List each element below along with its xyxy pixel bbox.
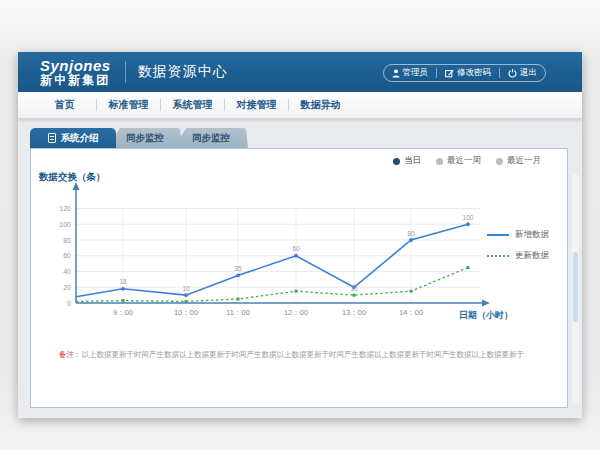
tab-sync-monitor-1-label: 同步监控 [126, 132, 164, 145]
svg-text:20: 20 [63, 284, 71, 291]
tab-sync-monitor-1[interactable]: 同步监控 [108, 128, 182, 148]
header-divider [125, 61, 126, 83]
radio-today[interactable]: 当日 [393, 155, 421, 167]
svg-text:40: 40 [63, 268, 71, 275]
radio-dot-icon [393, 158, 400, 165]
footnote-prefix: 备注： [59, 350, 82, 359]
footnote: 备注：以上数据更新于时间产生数据以上数据更新于时间产生数据以上数据更新于时间产生… [59, 350, 524, 360]
chart-legend: 新增数据 更新数据 [487, 229, 549, 262]
svg-text:10：00: 10：00 [174, 308, 198, 317]
tab-system-intro-label: 系统介绍 [61, 132, 99, 145]
line-chart: 0204060801001209：0010：0011：0012：0013：001… [31, 149, 569, 409]
header-bar: Synjones 新中新集团 数据资源中心 管理员 修改密码 [18, 52, 582, 92]
radio-dot-icon [496, 158, 503, 165]
svg-text:100: 100 [59, 221, 71, 228]
svg-text:11：00: 11：00 [226, 308, 250, 317]
dotted-line-icon [487, 255, 509, 257]
svg-text:10: 10 [182, 285, 190, 292]
user-menu: 管理员 修改密码 退出 [383, 64, 547, 82]
svg-text:120: 120 [59, 205, 71, 212]
company-logo: Synjones 新中新集团 [40, 58, 111, 86]
tab-sync-monitor-2-label: 同步监控 [192, 132, 230, 145]
svg-text:10: 10 [350, 285, 358, 292]
svg-text:日期（小时）: 日期（小时） [459, 310, 513, 320]
svg-text:13：00: 13：00 [342, 308, 366, 317]
svg-text:12：00: 12：00 [284, 308, 308, 317]
user-menu-admin-label: 管理员 [403, 67, 429, 79]
nav-item-home[interactable]: 首页 [33, 98, 96, 112]
svg-text:60: 60 [63, 252, 71, 259]
content-area: 系统介绍 同步监控 同步监控 当日 最近一周 [18, 119, 582, 418]
svg-text:35: 35 [234, 265, 242, 272]
nav-item-system-mgmt[interactable]: 系统管理 [161, 98, 224, 112]
svg-text:14：00: 14：00 [399, 308, 423, 317]
change-password-label: 修改密码 [457, 67, 491, 79]
radio-today-label: 当日 [404, 155, 421, 167]
legend-new-data-label: 新增数据 [515, 229, 549, 241]
user-menu-admin[interactable]: 管理员 [384, 67, 437, 79]
svg-text:60: 60 [292, 245, 300, 252]
svg-text:80: 80 [407, 230, 415, 237]
svg-text:80: 80 [63, 237, 71, 244]
main-nav: 首页 标准管理 系统管理 对接管理 数据异动 [18, 92, 582, 119]
logout-button[interactable]: 退出 [500, 67, 545, 79]
time-range-filter: 当日 最近一周 最近一月 [393, 155, 541, 167]
svg-text:100: 100 [463, 214, 474, 221]
scrollbar-thumb[interactable] [573, 252, 578, 322]
nav-item-data-change[interactable]: 数据异动 [289, 98, 352, 112]
radio-dot-icon [436, 158, 443, 165]
svg-text:18: 18 [119, 278, 127, 285]
radio-last-week[interactable]: 最近一周 [436, 155, 481, 167]
document-icon [48, 133, 56, 143]
radio-last-month[interactable]: 最近一月 [496, 155, 541, 167]
logout-icon [508, 69, 517, 78]
logo-text-cn: 新中新集团 [40, 74, 111, 87]
legend-update-data-label: 更新数据 [515, 250, 549, 262]
radio-last-month-label: 最近一月 [507, 155, 541, 167]
edit-icon [445, 69, 454, 78]
legend-item-update-data[interactable]: 更新数据 [487, 250, 549, 262]
nav-item-standard-mgmt[interactable]: 标准管理 [97, 98, 160, 112]
tab-sync-monitor-2[interactable]: 同步监控 [174, 128, 248, 148]
user-icon [392, 69, 400, 78]
legend-item-new-data[interactable]: 新增数据 [487, 229, 549, 241]
scrollbar-track[interactable] [572, 174, 579, 404]
tab-system-intro[interactable]: 系统介绍 [30, 128, 116, 148]
logo-text-en: Synjones [40, 58, 111, 74]
footnote-text: 以上数据更新于时间产生数据以上数据更新于时间产生数据以上数据更新于时间产生数据以… [82, 350, 525, 359]
svg-text:9：00: 9：00 [113, 308, 133, 317]
solid-line-icon [487, 234, 509, 236]
svg-text:0: 0 [67, 300, 71, 307]
logout-label: 退出 [520, 67, 537, 79]
change-password-button[interactable]: 修改密码 [437, 67, 499, 79]
page-title: 数据资源中心 [138, 63, 228, 81]
nav-item-interface-mgmt[interactable]: 对接管理 [225, 98, 288, 112]
radio-last-week-label: 最近一周 [447, 155, 481, 167]
app-window: Synjones 新中新集团 数据资源中心 管理员 修改密码 [18, 52, 582, 418]
chart-panel: 当日 最近一周 最近一月 数据交换（条） 0204060801001209：00… [30, 148, 568, 408]
tab-bar: 系统介绍 同步监控 同步监控 [30, 128, 248, 148]
y-axis-title: 数据交换（条） [39, 171, 106, 184]
